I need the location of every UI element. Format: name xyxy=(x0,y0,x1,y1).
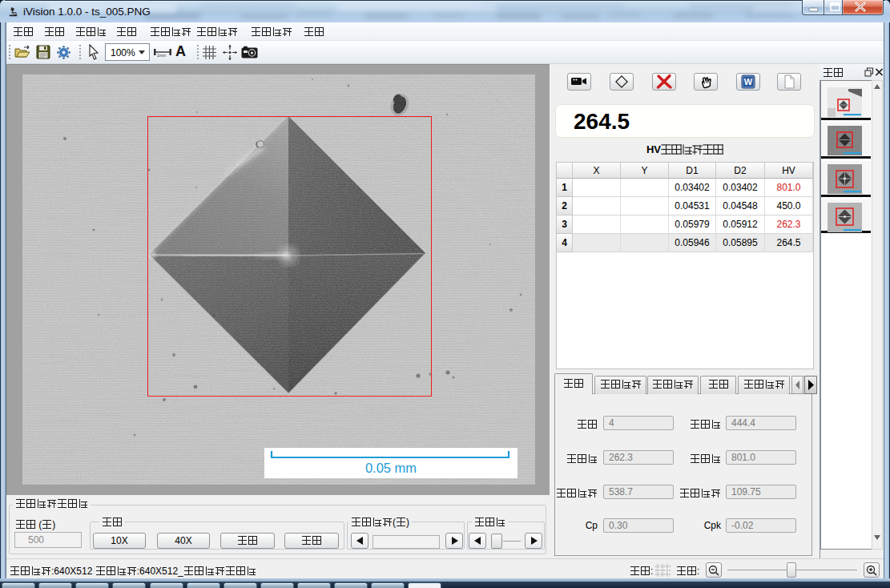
svg-text:W: W xyxy=(744,77,753,87)
svg-text:0.05 mm: 0.05 mm xyxy=(365,461,417,475)
svg-text:1mm: 1mm xyxy=(157,53,166,58)
